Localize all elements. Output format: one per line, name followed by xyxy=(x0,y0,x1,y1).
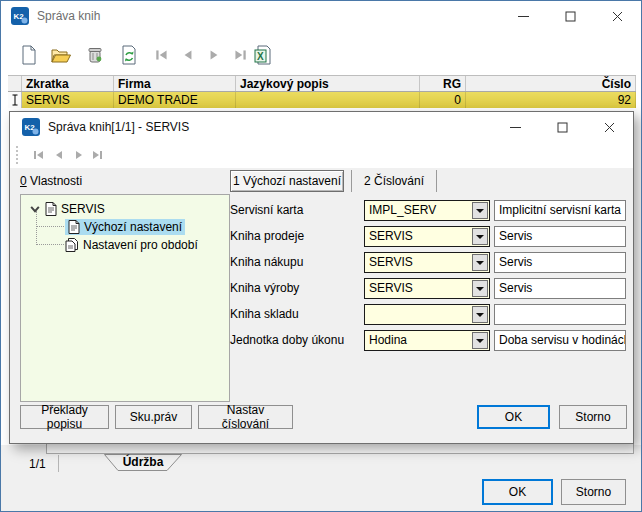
tree-node-label: SERVIS xyxy=(61,202,105,216)
combo-value: Hodina xyxy=(369,333,407,347)
record-counter: 1/1 xyxy=(29,457,46,471)
cell-rg: 0 xyxy=(420,92,466,108)
combo-value: SERVIS xyxy=(369,281,413,295)
first-record-icon[interactable] xyxy=(150,43,174,67)
nastav-cislovani-button[interactable]: Nastav číslování xyxy=(198,405,293,429)
header-firma[interactable]: Firma xyxy=(114,76,236,91)
desc-servisni-karta[interactable]: Implicitní servisní karta xyxy=(494,200,626,221)
tab-udrzba-label: Údržba xyxy=(104,454,182,470)
chevron-down-icon xyxy=(29,203,41,215)
document-icon xyxy=(45,202,57,216)
field-label-kniha-skladu: Kniha skladu xyxy=(230,304,360,324)
dialog-close-icon[interactable] xyxy=(586,112,633,142)
field-label-servisni-karta: Servisní karta xyxy=(230,200,360,220)
dropdown-arrow-icon[interactable] xyxy=(472,332,488,349)
tree-connector xyxy=(36,244,64,245)
k2-app-icon: K2 xyxy=(11,7,29,25)
export-excel-icon[interactable]: X xyxy=(251,43,275,67)
cell-cislo: 92 xyxy=(466,92,636,108)
desc-jednotka-doby-ukonu[interactable]: Doba servisu v hodinách xyxy=(494,330,626,351)
first-record-icon[interactable] xyxy=(32,148,46,162)
cell-firma: DEMO TRADE xyxy=(114,92,236,108)
main-storno-button[interactable]: Storno xyxy=(561,479,626,505)
combo-kniha-nakupu[interactable]: SERVIS xyxy=(364,252,490,273)
dropdown-arrow-icon[interactable] xyxy=(472,254,488,271)
tree-node-nastaveni-pro-obdobi[interactable]: Nastavení pro období xyxy=(65,237,198,253)
last-record-icon[interactable] xyxy=(228,43,252,67)
desc-kniha-nakupu[interactable]: Servis xyxy=(494,252,626,273)
dialog-maximize-icon[interactable] xyxy=(539,112,586,142)
field-label-kniha-prodeje: Kniha prodeje xyxy=(230,226,360,246)
window-title: Správa knih xyxy=(37,9,100,23)
tab-cislovani[interactable]: 2 Číslování xyxy=(351,170,437,192)
previous-record-icon[interactable] xyxy=(52,148,66,162)
table-row[interactable]: SERVIS DEMO TRADE 0 92 xyxy=(8,92,636,108)
header-cursor-column xyxy=(8,76,22,91)
main-titlebar: K2 Správa knih xyxy=(1,1,641,31)
tree-node-servis[interactable]: SERVIS xyxy=(29,201,105,217)
next-record-icon[interactable] xyxy=(72,148,86,162)
field-label-kniha-vyroby: Kniha výroby xyxy=(230,278,360,298)
tree-node-label: Výchozí nastavení xyxy=(84,220,182,234)
svg-text:X: X xyxy=(257,51,264,62)
document-icon xyxy=(68,220,80,234)
tree-node-label: Nastavení pro období xyxy=(83,238,198,252)
dialog-storno-button[interactable]: Storno xyxy=(559,405,627,429)
record-cursor-icon xyxy=(8,92,22,108)
tab-udrzba[interactable]: Údržba xyxy=(104,454,182,471)
combo-servisni-karta[interactable]: IMPL_SERV xyxy=(364,200,490,221)
previous-record-icon[interactable] xyxy=(176,43,200,67)
dropdown-arrow-icon[interactable] xyxy=(472,228,488,245)
cell-zkratka: SERVIS xyxy=(22,92,114,108)
preklady-popisu-button[interactable]: Překlady popisu xyxy=(20,405,109,429)
table-header: Zkratka Firma Jazykový popis RG Číslo xyxy=(8,75,636,92)
dialog-ok-button[interactable]: OK xyxy=(477,405,550,429)
last-record-icon[interactable] xyxy=(90,148,104,162)
combo-kniha-prodeje[interactable]: SERVIS xyxy=(364,226,490,247)
combo-jednotka-doby-ukonu[interactable]: Hodina xyxy=(364,330,490,351)
close-icon[interactable] xyxy=(594,1,641,31)
dropdown-arrow-icon[interactable] xyxy=(472,280,488,297)
header-rg[interactable]: RG xyxy=(420,76,466,91)
dialog-titlebar: K2 Správa knih[1/1] - SERVIS xyxy=(10,112,633,142)
field-label-jednotka-doby-ukonu: Jednotka doby úkonu xyxy=(230,330,360,350)
dialog-toolbar xyxy=(10,142,633,168)
combo-kniha-skladu[interactable] xyxy=(364,304,490,325)
field-label-kniha-nakupu: Kniha nákupu xyxy=(230,252,360,272)
header-zkratka[interactable]: Zkratka xyxy=(22,76,114,91)
desc-kniha-skladu[interactable] xyxy=(494,304,626,325)
books-table: Zkratka Firma Jazykový popis RG Číslo SE… xyxy=(8,75,636,108)
dialog-minimize-icon[interactable] xyxy=(492,112,539,142)
minimize-icon[interactable] xyxy=(500,1,547,31)
next-record-icon[interactable] xyxy=(202,43,226,67)
header-jazykovy-popis[interactable]: Jazykový popis xyxy=(236,76,420,91)
combo-kniha-vyroby[interactable]: SERVIS xyxy=(364,278,490,299)
dialog-title: Správa knih[1/1] - SERVIS xyxy=(48,120,189,134)
refresh-icon[interactable] xyxy=(117,43,141,67)
tree-selection: Výchozí nastavení xyxy=(65,219,185,235)
combo-value: SERVIS xyxy=(369,255,413,269)
open-icon[interactable] xyxy=(49,43,73,67)
tree-node-vychozi-nastaveni[interactable]: Výchozí nastavení xyxy=(65,219,185,235)
combo-value: IMPL_SERV xyxy=(369,203,436,217)
properties-tree: SERVIS Výchozí nastavení Nastavení pro o… xyxy=(20,194,230,402)
dialog-sprava-knih: K2 Správa knih[1/1] - SERVIS 0 Vlastnost… xyxy=(9,111,634,444)
maximize-icon[interactable] xyxy=(547,1,594,31)
dropdown-arrow-icon[interactable] xyxy=(472,202,488,219)
desc-kniha-vyroby[interactable]: Servis xyxy=(494,278,626,299)
toolbar-drag-handle[interactable] xyxy=(16,146,18,164)
sku-prav-button[interactable]: Sku.práv xyxy=(115,405,192,429)
tab-label: 2 Číslování xyxy=(364,174,424,188)
dropdown-arrow-icon[interactable] xyxy=(472,306,488,323)
main-window: K2 Správa knih X Zkratka xyxy=(0,0,642,512)
combo-value: SERVIS xyxy=(369,229,413,243)
status-divider xyxy=(58,455,59,472)
tree-connector xyxy=(36,226,64,227)
desc-kniha-prodeje[interactable]: Servis xyxy=(494,226,626,247)
main-ok-button[interactable]: OK xyxy=(482,479,553,505)
header-cislo[interactable]: Číslo xyxy=(466,76,636,91)
tab-label: 1 Výchozí nastavení xyxy=(233,174,341,188)
new-document-icon[interactable] xyxy=(17,43,41,67)
delete-icon[interactable] xyxy=(83,43,107,67)
tab-vychozi-nastaveni[interactable]: 1 Výchozí nastavení xyxy=(230,170,344,192)
